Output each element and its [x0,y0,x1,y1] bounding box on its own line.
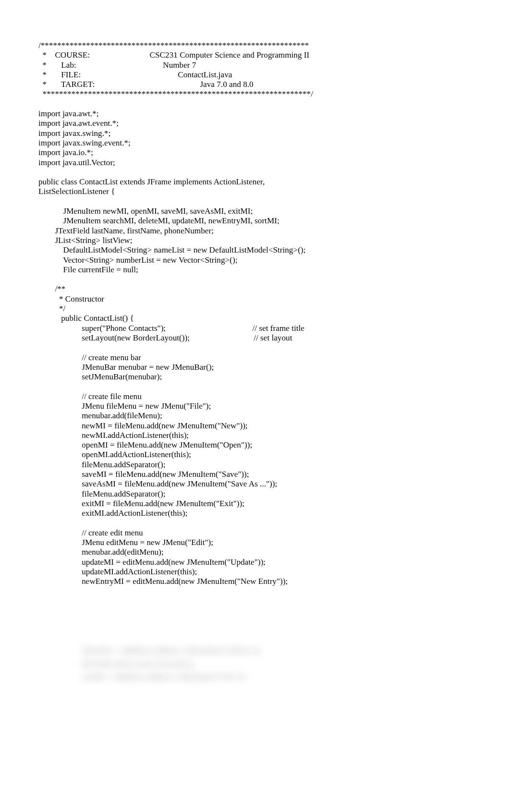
code-content: /***************************************… [38,41,472,587]
blurred-preview: deleteMI = editMenu.add(new JMenuItem("D… [38,644,472,702]
document-page: /***************************************… [0,0,510,812]
